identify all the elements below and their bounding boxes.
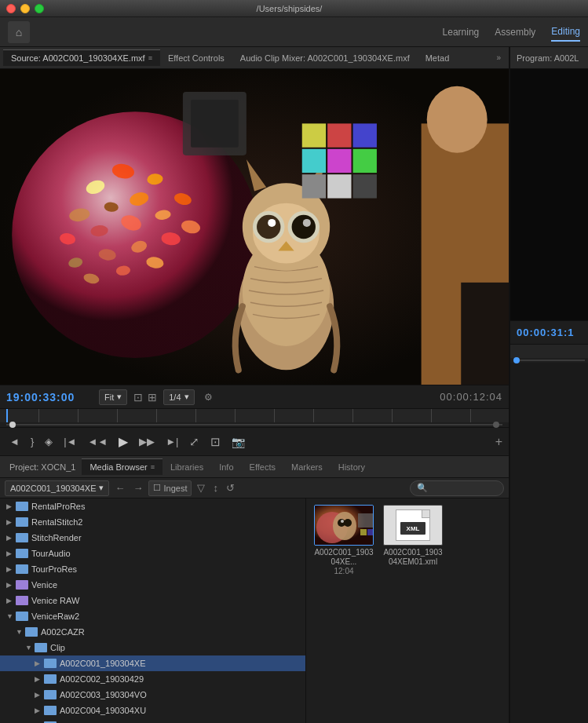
list-item[interactable]: ▼ Clip: [0, 640, 305, 655]
list-item[interactable]: ▶ A002C002_19030429: [0, 671, 305, 687]
step-forward-button[interactable]: ▶▶: [136, 433, 158, 450]
folder-icon: [16, 564, 28, 574]
loop-icon[interactable]: ⊡: [133, 391, 143, 403]
scrub-track: [6, 424, 502, 425]
list-item[interactable]: A002C001_190304XE... 12:04: [312, 505, 375, 575]
tab-history[interactable]: History: [331, 459, 373, 475]
path-dropdown[interactable]: A002C001_190304XE ▾: [5, 480, 109, 496]
svg-rect-45: [353, 174, 377, 198]
list-item[interactable]: XML A002C001_190304XEM01.xml: [382, 505, 444, 575]
list-item[interactable]: ▶ StitchRender: [0, 530, 305, 546]
scrub-handle-right[interactable]: [493, 422, 499, 428]
list-item[interactable]: ▶ TourAudio: [0, 546, 305, 561]
folder-icon: [25, 627, 38, 637]
mark-out-button[interactable]: }: [27, 433, 37, 450]
chevron-icon: ▼: [6, 612, 16, 620]
tab-markers[interactable]: Markers: [283, 459, 331, 475]
search-box[interactable]: 🔍: [410, 480, 504, 496]
timeline-scrub[interactable]: [0, 422, 509, 427]
list-item[interactable]: ▶ A002C004_190304XU: [0, 703, 305, 718]
step-back-button[interactable]: ◄◄: [84, 433, 111, 450]
go-to-in-button[interactable]: |◄: [60, 433, 79, 450]
maximize-button[interactable]: [35, 4, 44, 13]
chevron-icon: ▶: [35, 707, 44, 714]
fit-arrow-icon: ▾: [117, 392, 122, 402]
insert-button[interactable]: ⤢: [186, 433, 203, 451]
chevron-icon: ▶: [6, 581, 16, 589]
lower-panel: Project: XOCN_1 Media Browser ≡ Librarie…: [0, 455, 509, 723]
export-frame-button[interactable]: 📷: [228, 433, 248, 451]
home-button[interactable]: ⌂: [8, 21, 30, 43]
program-tab[interactable]: Program: A002L: [510, 47, 588, 69]
playhead[interactable]: [6, 409, 8, 422]
timeline-ruler[interactable]: [0, 408, 509, 422]
source-tab-source[interactable]: Source: A002C001_190304XE.mxf ≡: [3, 49, 160, 66]
tab-media-browser[interactable]: Media Browser ≡: [82, 458, 163, 475]
svg-point-30: [257, 215, 280, 239]
sort-icon[interactable]: ↕: [210, 480, 221, 495]
close-button[interactable]: [6, 4, 16, 13]
video-preview: [0, 69, 509, 385]
transport-controls: ◄ } ◈ |◄ ◄◄ ▶ ▶▶ ►| ⤢ ⊡ 📷 +: [0, 427, 509, 455]
program-ruler[interactable]: [510, 344, 588, 358]
minimize-button[interactable]: [20, 4, 30, 13]
go-to-out-button[interactable]: ►|: [163, 433, 181, 450]
fraction-value: 1/4: [169, 393, 181, 402]
program-scrub-handle[interactable]: [513, 357, 520, 363]
list-item[interactable]: ▶ A002C003_190304VO: [0, 687, 305, 703]
scrub-handle[interactable]: [9, 422, 16, 428]
list-item[interactable]: ▶ A002C005_190304W: [0, 718, 305, 723]
list-item[interactable]: ▶ TourProRes: [0, 561, 305, 577]
source-tab-metadata[interactable]: Metad: [418, 50, 458, 66]
safe-margins-icon[interactable]: ⊞: [148, 391, 157, 403]
add-transport-button[interactable]: +: [495, 435, 502, 449]
mark-in-button[interactable]: ◄: [6, 433, 23, 450]
chevron-icon: ▶: [6, 518, 16, 526]
tab-learning[interactable]: Learning: [443, 24, 480, 41]
thumb-preview: [315, 506, 374, 546]
folder-icon: [44, 706, 57, 715]
source-tab-audiomixer[interactable]: Audio Clip Mixer: A002C001_190304XE.mxf: [232, 50, 418, 66]
svg-point-53: [344, 519, 352, 527]
fraction-arrow-icon: ▾: [184, 392, 189, 402]
overwrite-button[interactable]: ⊡: [207, 433, 224, 451]
filter-icon[interactable]: ▽: [195, 480, 207, 495]
fit-dropdown[interactable]: Fit ▾: [99, 389, 127, 405]
tab-editing[interactable]: Editing: [551, 23, 580, 42]
project-label: Project: XOCN_1: [3, 462, 82, 472]
list-item[interactable]: ▼ VeniceRaw2: [0, 608, 305, 624]
svg-rect-56: [360, 529, 367, 535]
tab-info[interactable]: Info: [211, 459, 241, 475]
chevron-icon: ▶: [6, 502, 16, 510]
list-item[interactable]: ▼ A002CAZR: [0, 624, 305, 640]
tab-libraries[interactable]: Libraries: [163, 459, 211, 475]
search-icon: 🔍: [417, 483, 428, 493]
program-scrub[interactable]: [510, 358, 588, 363]
quality-dropdown[interactable]: 1/4 ▾: [163, 389, 194, 405]
chevron-icon: ▶: [35, 691, 44, 699]
program-timecode-display: 00:00:31:1: [517, 327, 575, 338]
source-expand-button[interactable]: »: [491, 52, 506, 64]
list-item[interactable]: ▶ A002C001_190304XE: [0, 655, 305, 671]
settings-icon[interactable]: ⚙: [204, 392, 213, 403]
tab-effects[interactable]: Effects: [242, 459, 283, 475]
tab-assembly[interactable]: Assembly: [495, 24, 535, 41]
folder-icon: [44, 674, 57, 684]
ingest-button[interactable]: ☐ Ingest: [148, 480, 192, 496]
source-tab-effects[interactable]: Effect Controls: [160, 50, 232, 66]
content-area: ▶ RentalProRes ▶ RentalStitch2 ▶ StitchR…: [0, 498, 509, 723]
browser-back-button[interactable]: ←: [112, 480, 127, 495]
list-item[interactable]: ▶ RentalStitch2: [0, 514, 305, 530]
play-button[interactable]: ▶: [115, 432, 131, 451]
folder-icon: [16, 549, 28, 558]
refresh-icon[interactable]: ↺: [224, 480, 237, 495]
list-item[interactable]: ▶ Venice RAW: [0, 593, 305, 608]
svg-rect-44: [327, 174, 351, 198]
duration-display: 00:00:12:04: [440, 391, 502, 403]
list-item[interactable]: ▶ RentalProRes: [0, 498, 305, 514]
svg-point-31: [292, 215, 316, 239]
chevron-icon: ▶: [6, 534, 16, 542]
list-item[interactable]: ▶ Venice: [0, 577, 305, 593]
browser-forward-button[interactable]: →: [130, 480, 145, 495]
add-marker-button[interactable]: ◈: [42, 433, 56, 450]
